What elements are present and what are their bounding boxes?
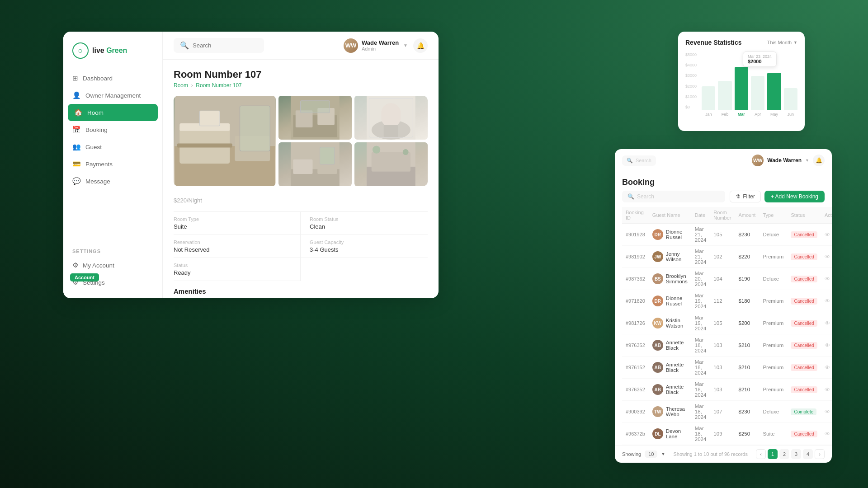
filter-button[interactable]: ⚗ Filter	[730, 191, 761, 202]
view-icon[interactable]: 👁	[825, 342, 830, 349]
search-box[interactable]: 🔍	[174, 38, 264, 53]
booking-id-cell: #971820	[622, 290, 649, 312]
status-badge: Complete	[791, 408, 816, 415]
search-input[interactable]	[193, 42, 258, 49]
table-footer: Showing 10 ▼ Showing 1 to 10 out of 96 r…	[615, 445, 832, 463]
guest-name: Dionne Russel	[666, 229, 688, 240]
sidebar-item-dashboard[interactable]: ⊞ Dashboard	[63, 70, 162, 87]
view-icon[interactable]: 👁	[825, 298, 830, 305]
room-image-main[interactable]	[174, 96, 276, 186]
booking-table-wrapper: Booking ID Guest Name Date Room Number A…	[615, 207, 832, 445]
sidebar-item-account[interactable]: ⚙ My Account	[63, 257, 162, 274]
view-icon[interactable]: 👁	[825, 431, 830, 437]
chart-bar-may	[767, 73, 781, 110]
sidebar-item-booking[interactable]: 📅 Booking	[63, 121, 162, 138]
main-room-card: ○ live Green ⊞ Dashboard 👤 Owner Managem…	[63, 32, 439, 298]
payments-icon: 💳	[72, 160, 81, 168]
status-badge: Cancelled	[791, 364, 817, 371]
search-icon: 🔍	[627, 158, 633, 164]
booking-header-search[interactable]: 🔍 Search	[622, 155, 656, 166]
room-image-2[interactable]	[278, 96, 352, 140]
view-icon[interactable]: 👁	[825, 231, 830, 238]
amount-cell: $190	[735, 268, 759, 290]
tooltip-value: $2000	[748, 59, 772, 64]
notification-bell[interactable]: 🔔	[413, 38, 428, 53]
date-cell: Mar 18, 2024	[691, 334, 710, 357]
svg-rect-25	[372, 152, 410, 172]
chart-bar-mar	[735, 67, 748, 110]
status-badge: Cancelled	[791, 276, 817, 282]
booking-card: 🔍 Search WW Wade Warren ▼ 🔔 Booking 🔍 Se…	[615, 149, 832, 463]
rows-select[interactable]: Showing 10 ▼	[622, 450, 665, 458]
status-badge: Cancelled	[791, 386, 817, 393]
logo-area: ○ live Green	[63, 42, 162, 70]
status-cell: Cancelled	[787, 423, 821, 445]
guest-avatar: AB	[652, 340, 663, 351]
room-image-5[interactable]	[354, 142, 428, 186]
next-page-button[interactable]: ›	[815, 449, 825, 459]
amount-cell: $210	[735, 379, 759, 401]
logo-icon: ○	[72, 42, 89, 59]
date-cell: Mar 18, 2024	[691, 357, 710, 379]
chart-bar-jan	[702, 86, 715, 110]
page-4-button[interactable]: 4	[803, 449, 813, 459]
avatar: WW	[344, 38, 358, 53]
room-image-3[interactable]	[354, 96, 428, 140]
sidebar-item-label: Owner Management	[85, 92, 141, 99]
chart-tooltip: Mar 23, 2024 $2000	[743, 52, 777, 67]
guest-name-cell: TW Theresa Webb	[649, 401, 691, 423]
booking-search-bar[interactable]: 🔍 Search	[622, 191, 725, 202]
room-number-cell: 105	[710, 312, 735, 334]
booking-bell[interactable]: 🔔	[813, 155, 825, 166]
status-cell: Cancelled	[787, 334, 821, 357]
app-name: live Green	[92, 47, 127, 55]
chevron-down-icon[interactable]: ▼	[805, 158, 809, 163]
price-section: $220/Night	[174, 193, 428, 205]
col-guest-name: Guest Name	[649, 207, 691, 224]
rows-count[interactable]: 10	[645, 450, 657, 458]
action-cell: 👁 🗑	[821, 357, 832, 379]
prev-page-button[interactable]: ‹	[756, 449, 766, 459]
sidebar-item-message[interactable]: 💬 Message	[63, 173, 162, 190]
revenue-card: Revenue Statistics This Month ▼ $5000 $4…	[678, 32, 805, 131]
status-badge: Cancelled	[791, 253, 817, 260]
message-icon: 💬	[72, 177, 81, 185]
chart-bar-jun	[784, 88, 797, 110]
view-icon[interactable]: 👁	[825, 276, 830, 282]
page-1-button[interactable]: 1	[768, 449, 778, 459]
view-icon[interactable]: 👁	[825, 320, 830, 327]
status-cell: Cancelled	[787, 268, 821, 290]
breadcrumb-parent[interactable]: Room	[174, 82, 188, 89]
sidebar-item-owner[interactable]: 👤 Owner Management	[63, 87, 162, 104]
chevron-down-icon: ▼	[793, 40, 797, 45]
view-icon[interactable]: 👁	[825, 364, 830, 371]
sidebar-item-room[interactable]: 🏠 Room	[68, 104, 158, 121]
detail-room-status: Room Status Clean	[301, 212, 428, 235]
room-number-cell: 102	[710, 246, 735, 268]
guest-avatar: KW	[652, 318, 663, 328]
room-number-cell: 112	[710, 290, 735, 312]
page-2-button[interactable]: 2	[779, 449, 789, 459]
view-icon[interactable]: 👁	[825, 408, 830, 415]
action-cell: 👁 🗑	[821, 334, 832, 357]
revenue-period[interactable]: This Month ▼	[767, 40, 797, 45]
booking-header-user: WW Wade Warren ▼ 🔔	[752, 155, 825, 166]
view-icon[interactable]: 👁	[825, 386, 830, 393]
room-image-4[interactable]	[278, 142, 352, 186]
sidebar-item-guest[interactable]: 👥 Guest	[63, 138, 162, 155]
add-booking-button[interactable]: + Add New Booking	[764, 191, 825, 202]
page-title: Room Number 107	[174, 69, 428, 80]
page-3-button[interactable]: 3	[791, 449, 801, 459]
status-cell: Cancelled	[787, 246, 821, 268]
user-role: Admin	[362, 46, 399, 52]
status-cell: Cancelled	[787, 357, 821, 379]
sidebar-item-payments[interactable]: 💳 Payments	[63, 155, 162, 173]
date-cell: Mar 18, 2024	[691, 379, 710, 401]
chevron-down-icon[interactable]: ▼	[403, 43, 408, 48]
status-cell: Cancelled	[787, 224, 821, 246]
svg-rect-15	[382, 103, 401, 127]
amount-cell: $210	[735, 357, 759, 379]
view-icon[interactable]: 👁	[825, 253, 830, 260]
svg-rect-20	[293, 160, 313, 174]
svg-rect-12	[301, 101, 330, 113]
